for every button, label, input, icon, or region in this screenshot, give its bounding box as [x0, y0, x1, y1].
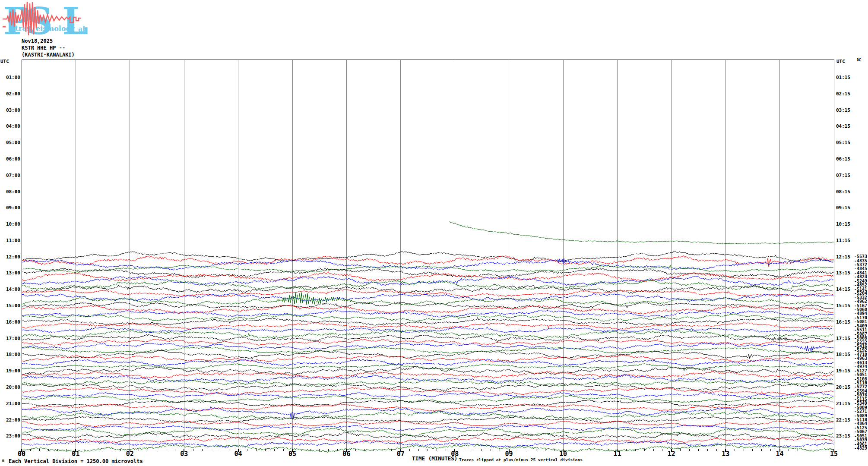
right-hour-label: 12:15 — [836, 254, 850, 260]
minute-label: 15 — [830, 450, 838, 458]
right-hour-label: 21:15 — [836, 401, 850, 406]
left-hour-label: 07:00 — [6, 173, 20, 178]
trace-row-89 — [22, 419, 833, 427]
right-hour-label: 14:15 — [836, 287, 850, 292]
left-hour-label: 10:00 — [6, 221, 20, 227]
minute-label: 03 — [180, 450, 188, 458]
right-hour-label: 04:15 — [836, 123, 850, 129]
trace-row-54 — [22, 276, 833, 286]
right-hour-label: 15:15 — [836, 303, 850, 309]
right-hour-label: 07:15 — [836, 173, 850, 178]
left-hour-label: 13:00 — [6, 270, 20, 276]
minute-label: 01 — [72, 450, 79, 458]
minute-label: 04 — [234, 450, 242, 458]
right-hour-label: 02:15 — [836, 91, 850, 97]
left-hour-label: 17:00 — [6, 336, 20, 341]
left-hour-label: 06:00 — [6, 156, 20, 162]
webicorder-page: P S L atras eismology ab Nov18,2025 KSTR… — [0, 0, 868, 466]
trace-row-57 — [22, 290, 833, 297]
left-hour-label: 01:00 — [6, 75, 20, 80]
right-hour-label: 23:15 — [836, 433, 850, 439]
right-hour-label: 09:15 — [836, 205, 850, 211]
minute-label: 11 — [613, 450, 621, 458]
trace-row-92 — [22, 432, 833, 440]
minute-label: 09 — [505, 450, 513, 458]
left-time-axis: 01:0002:0003:0004:0005:0006:0007:0008:00… — [6, 75, 20, 439]
right-hour-label: 05:15 — [836, 140, 850, 145]
minute-label: 07 — [397, 450, 405, 458]
trace-row-56 — [22, 285, 833, 294]
right-hour-label: 17:15 — [836, 336, 850, 341]
left-hour-label: 14:00 — [6, 287, 20, 292]
trace-row-75 — [22, 364, 833, 371]
vertical-scale-note: Each Vertical Division = 1250.00 microvo… — [9, 459, 143, 464]
left-hour-label: 12:00 — [6, 254, 20, 260]
trace-row-93 — [22, 437, 833, 443]
trace-row-51 — [22, 265, 833, 272]
right-hour-label: 03:15 — [836, 107, 850, 113]
minute-ticks — [22, 449, 834, 452]
right-hour-label: 20:15 — [836, 384, 850, 390]
right-hour-label: 01:15 — [836, 75, 850, 80]
trace-row-84 — [22, 400, 833, 407]
left-hour-label: 03:00 — [6, 107, 20, 113]
minute-label: 14 — [776, 450, 784, 458]
left-hour-label: 16:00 — [6, 319, 20, 325]
left-hour-label: 15:00 — [6, 303, 20, 309]
right-time-axis: 01:1502:1503:1504:1505:1506:1507:1508:15… — [836, 75, 850, 439]
trace-row-85 — [22, 403, 833, 411]
right-hour-label: 08:15 — [836, 189, 850, 195]
right-hour-label: 11:15 — [836, 238, 850, 243]
trace-row-76 — [22, 366, 833, 375]
trace-row-88 — [22, 416, 833, 423]
trace-row-80 — [22, 383, 833, 392]
x-axis-title: TIME (MINUTES) — [412, 456, 457, 462]
right-hour-label: 18:15 — [836, 352, 850, 357]
minute-label: 02 — [126, 450, 134, 458]
right-hour-label: 06:15 — [836, 156, 850, 162]
dc-values-column: -5573-4835-5372-4845-4841-4824-5249-4852… — [854, 254, 867, 450]
left-hour-label: 20:00 — [6, 384, 20, 390]
trace-row-73 — [22, 355, 833, 362]
trace-row-47 — [450, 221, 834, 244]
left-hour-label: 08:00 — [6, 189, 20, 195]
left-hour-label: 11:00 — [6, 238, 20, 243]
right-hour-label: 19:15 — [836, 368, 850, 374]
left-hour-label: 19:00 — [6, 368, 20, 374]
trace-row-82 — [22, 392, 833, 398]
clip-note: Traces clipped at plus/minus 25 vertical… — [459, 458, 583, 462]
trace-row-78 — [22, 375, 833, 383]
right-hour-label: 13:15 — [836, 270, 850, 276]
trace-row-62 — [22, 310, 833, 317]
trace-row-49 — [22, 256, 833, 267]
minute-label: 13 — [722, 450, 729, 458]
left-hour-label: 21:00 — [6, 401, 20, 406]
left-hour-label: 18:00 — [6, 352, 20, 357]
trace-row-77 — [22, 371, 833, 378]
minute-label: 06 — [342, 450, 350, 458]
left-hour-label: 22:00 — [6, 417, 20, 423]
trace-row-52 — [22, 268, 833, 277]
minute-label: 00 — [18, 450, 25, 458]
right-hour-label: 22:15 — [836, 417, 850, 423]
trace-row-65 — [22, 322, 833, 330]
footer-side-glyph: m — [2, 459, 4, 463]
left-hour-label: 02:00 — [6, 91, 20, 97]
left-hour-label: 05:00 — [6, 140, 20, 145]
seismogram-traces — [22, 221, 834, 452]
minute-label: 12 — [668, 450, 675, 458]
left-hour-label: 23:00 — [6, 433, 20, 439]
left-hour-label: 04:00 — [6, 123, 20, 129]
trace-row-64 — [22, 318, 833, 325]
minute-label: 10 — [559, 450, 567, 458]
trace-row-83 — [22, 395, 833, 403]
trace-row-70 — [22, 343, 833, 352]
trace-row-48 — [22, 252, 833, 263]
helicorder-plot: 01:0002:0003:0004:0005:0006:0007:0008:00… — [0, 0, 868, 466]
trace-row-60 — [22, 302, 833, 309]
minute-label: 05 — [288, 450, 296, 458]
right-hour-label: 10:15 — [836, 221, 850, 227]
left-hour-label: 09:00 — [6, 205, 20, 211]
dc-value: -4829 — [854, 446, 867, 450]
right-hour-label: 16:15 — [836, 319, 850, 325]
